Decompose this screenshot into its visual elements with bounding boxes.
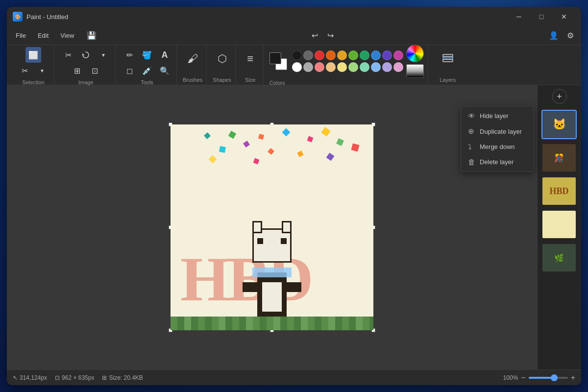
color-swatch[interactable]: [303, 62, 313, 72]
layer-thumb-3: HBD: [542, 177, 576, 205]
foreground-color[interactable]: [270, 52, 281, 64]
redo-button[interactable]: ↪: [324, 29, 338, 43]
color-swatch[interactable]: [326, 50, 336, 60]
minimize-button[interactable]: ─: [508, 9, 530, 24]
layer-thumb-4: [542, 211, 576, 238]
layer-item-2[interactable]: 🎊: [541, 143, 577, 172]
color-swatch[interactable]: [371, 62, 381, 72]
tools-label: Tools: [141, 79, 153, 85]
zoom-thumb[interactable]: [551, 374, 558, 381]
color-swatch[interactable]: [360, 62, 369, 72]
menu-file[interactable]: File: [11, 30, 31, 41]
canvas-image: HBD: [171, 124, 373, 330]
confetti-8: [268, 148, 274, 155]
shapes-label: Shapes: [213, 77, 231, 83]
undo-button[interactable]: ↩: [308, 29, 322, 43]
rotate-button[interactable]: [78, 47, 94, 63]
delete-layer-item[interactable]: 🗑 Delete layer: [461, 154, 534, 170]
color-swatch[interactable]: [315, 62, 324, 72]
image-group: ✂ ▼ ⊞ ⊡ Image: [56, 45, 116, 85]
dimensions-item: ⊡ 962 × 635px: [55, 374, 94, 381]
color-swatch[interactable]: [326, 62, 336, 72]
ground-strip: [171, 317, 373, 330]
color-wheel[interactable]: [406, 45, 424, 62]
brushes-group: 🖌 Brushes: [179, 45, 207, 85]
color-swatch[interactable]: [348, 50, 358, 60]
layer-thumb-1: 🐱: [542, 111, 576, 138]
text-button[interactable]: A: [157, 47, 172, 63]
title-bar: 🎨 Paint - Untitled ─ □ ✕: [7, 7, 581, 26]
color-swatch[interactable]: [360, 50, 369, 60]
confetti-13: [326, 153, 335, 161]
layer-item-1[interactable]: 🐱: [541, 110, 577, 139]
context-menu: 👁 Hide layer ⊕ Duplicate layer ⤵ Merge d…: [461, 106, 534, 172]
color-swatch[interactable]: [315, 50, 324, 60]
resize-button[interactable]: ⊞: [69, 63, 85, 78]
canvas-area[interactable]: HBD: [7, 85, 537, 369]
layer-item-4[interactable]: [541, 210, 577, 239]
hide-layer-item[interactable]: 👁 Hide layer: [461, 108, 534, 123]
color-swatch[interactable]: [371, 50, 381, 60]
add-layer-button[interactable]: +: [552, 89, 567, 104]
window-controls: ─ □ ✕: [508, 9, 575, 24]
color-swatch[interactable]: [337, 62, 347, 72]
eyedropper-button[interactable]: 💉: [139, 63, 155, 78]
select-rectangle-button[interactable]: ⬜: [25, 47, 41, 63]
filesize-item: ⊞ Size: 20.4KB: [102, 374, 143, 381]
color-swatch[interactable]: [382, 62, 392, 72]
zoom-in-button[interactable]: +: [571, 373, 575, 382]
confetti-9: [336, 138, 344, 146]
layers-button[interactable]: [436, 47, 460, 71]
confetti-14: [253, 158, 260, 165]
settings-icon[interactable]: ⚙: [564, 29, 577, 43]
shapes-button[interactable]: ⬡: [213, 47, 231, 71]
select-freeform-button[interactable]: ✂: [17, 63, 32, 78]
zoom-out-button[interactable]: −: [521, 373, 525, 382]
save-icon[interactable]: 💾: [85, 29, 98, 43]
color-swatch[interactable]: [303, 50, 313, 60]
color-swatch[interactable]: [382, 50, 392, 60]
color-swatch[interactable]: [292, 62, 302, 72]
brush-button[interactable]: 🖌: [184, 47, 201, 71]
merge-down-item[interactable]: ⤵ Merge down: [461, 139, 534, 154]
duplicate-layer-item[interactable]: ⊕ Duplicate layer: [461, 123, 534, 139]
grayscale-gradient[interactable]: [406, 64, 424, 78]
select-all-button[interactable]: ⊡: [87, 63, 102, 78]
crop-button[interactable]: ✂: [60, 47, 76, 63]
menu-right-actions: 👤 ⚙: [547, 29, 577, 43]
layer-item-3[interactable]: HBD: [541, 176, 577, 206]
layers-panel: + 🐱 🎊 HBD: [537, 85, 581, 369]
color-swatch[interactable]: [393, 50, 403, 60]
confetti-1: [228, 131, 236, 139]
account-icon[interactable]: 👤: [547, 29, 561, 43]
image-label: Image: [78, 79, 94, 85]
zoom-button[interactable]: 🔍: [157, 63, 172, 78]
color-swatch[interactable]: [292, 50, 302, 60]
toolbar: ⬜ ✂ ▼ Selection ✂ ▼ ⊞: [7, 45, 581, 85]
color-row-1: [292, 50, 403, 60]
pencil-button[interactable]: ✏: [122, 47, 137, 63]
eraser-button[interactable]: ◻: [122, 63, 137, 78]
color-swatch[interactable]: [393, 62, 403, 72]
pixel-character: [243, 228, 301, 317]
confetti-2: [258, 134, 264, 140]
layer-thumb-2: 🎊: [542, 144, 576, 172]
close-button[interactable]: ✕: [553, 9, 575, 24]
size-button[interactable]: ≡: [242, 47, 259, 71]
duplicate-icon: ⊕: [468, 127, 476, 136]
cursor-pos: 314,124px: [20, 374, 47, 381]
layer-item-5[interactable]: 🌿: [541, 243, 577, 272]
color-swatch[interactable]: [337, 50, 347, 60]
rotate-dropdown-button[interactable]: ▼: [96, 47, 111, 63]
zoom-slider[interactable]: [529, 377, 568, 379]
confetti-5: [321, 127, 330, 136]
color-swatch[interactable]: [348, 62, 358, 72]
maximize-button[interactable]: □: [530, 9, 553, 24]
shapes-group: ⬡ Shapes: [209, 45, 235, 85]
menu-edit[interactable]: Edit: [33, 30, 53, 41]
delete-icon: 🗑: [468, 158, 476, 166]
fill-button[interactable]: 🪣: [139, 47, 155, 63]
select-dropdown-button[interactable]: ▼: [34, 63, 50, 78]
color-row-2: [292, 62, 403, 72]
menu-view[interactable]: View: [55, 30, 79, 41]
